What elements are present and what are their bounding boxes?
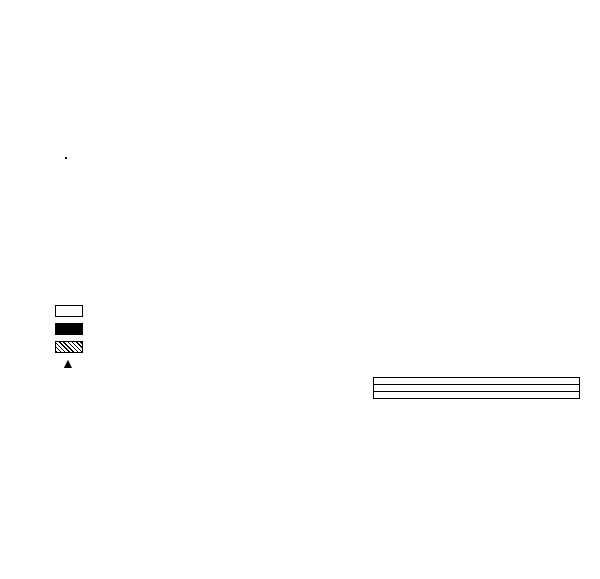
legend-row-blank (55, 305, 580, 317)
swatch-blank (55, 305, 83, 317)
info-date-val (446, 393, 452, 397)
legend-row-noreq (55, 323, 580, 335)
swatch-noadd (55, 341, 83, 353)
legend-row-noadd (55, 341, 580, 353)
system-info-box (373, 377, 580, 399)
info-vendor-val (412, 386, 418, 390)
legend-row-meet (55, 359, 580, 371)
swatch-meet (55, 359, 83, 371)
evaluation-chart (20, 27, 580, 297)
info-sys-val (378, 379, 575, 383)
swatch-noreq (55, 323, 83, 335)
chart-legend (55, 305, 580, 371)
